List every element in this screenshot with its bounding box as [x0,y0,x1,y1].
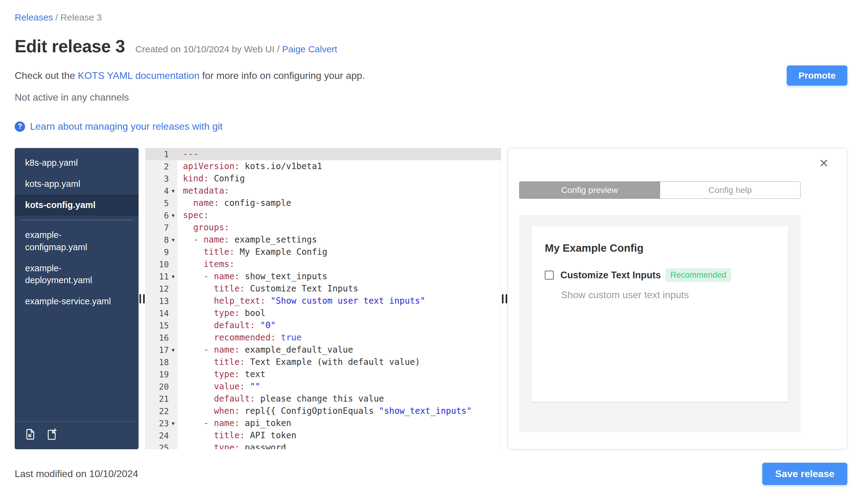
code-text: apiVersion: kots.io/v1beta1 [178,160,501,172]
line-number: 12 [159,284,169,294]
line-number: 17 [159,345,169,355]
code-line[interactable]: 7 groups: [146,222,501,234]
line-gutter: 13 [146,295,178,307]
code-line[interactable]: 12 title: Customize Text Inputs [146,282,501,295]
config-preview-panel: ✕ Config preview Config help My Example … [508,148,847,449]
code-line[interactable]: 3kind: Config [146,172,501,185]
fold-arrow-icon[interactable]: ▾ [169,212,178,219]
code-line[interactable]: 23▾ - name: api_token [146,417,501,429]
save-release-button[interactable]: Save release [762,463,847,485]
code-line[interactable]: 14 type: bool [146,307,501,319]
kots-docs-link[interactable]: KOTS YAML documentation [78,70,199,81]
line-gutter: 19 [146,368,178,381]
code-line[interactable]: 17▾ - name: example_default_value [146,344,501,356]
file-item[interactable]: example-configmap.yaml [15,225,139,257]
tab-config-help[interactable]: Config help [660,182,800,198]
code-line[interactable]: 21 default: please change this value [146,393,501,405]
close-icon[interactable]: ✕ [818,156,830,170]
created-info: Created on 10/10/2024 by Web UI / Paige … [135,44,337,54]
customize-text-inputs-checkbox[interactable] [545,271,554,279]
line-gutter: 18 [146,356,178,368]
resize-handle[interactable] [140,294,145,303]
code-line[interactable]: 9 title: My Example Config [146,246,501,258]
code-text: title: API token [178,429,501,442]
code-line[interactable]: 11▾ - name: show_text_inputs [146,270,501,282]
code-text: spec: [178,209,501,222]
fold-arrow-icon[interactable]: ▾ [169,420,178,427]
line-gutter: 25 [146,442,178,449]
line-number: 20 [159,382,169,392]
promote-button[interactable]: Promote [787,65,847,85]
upload-file-icon[interactable] [24,428,37,442]
line-gutter: 5 [146,197,178,209]
breadcrumb-releases-link[interactable]: Releases [15,12,53,22]
sidebar-resize-strip [139,148,145,449]
line-number: 5 [164,198,169,208]
docs-sentence-pre: Check out the [15,70,78,81]
code-line[interactable]: 1--- [146,148,501,160]
code-line[interactable]: 19 type: text [146,368,501,381]
code-line[interactable]: 25 type: password [146,442,501,449]
line-number: 9 [164,248,169,257]
file-item[interactable]: k8s-app.yaml [15,152,139,173]
file-sidebar: k8s-app.yamlkots-app.yamlkots-config.yam… [15,148,139,449]
file-item[interactable]: example-deployment.yaml [15,258,139,291]
code-line[interactable]: 13 help_text: "Show custom user text inp… [146,295,501,307]
line-number: 24 [159,431,169,440]
preview-area: My Example Config Customize Text Inputs … [519,215,800,432]
fold-arrow-icon[interactable]: ▾ [169,236,178,243]
code-line[interactable]: 8▾ - name: example_settings [146,234,501,246]
code-line[interactable]: 15 default: "0" [146,319,501,332]
tab-config-preview[interactable]: Config preview [519,182,660,198]
fold-arrow-icon[interactable]: ▾ [169,346,178,353]
code-text: --- [178,148,501,160]
config-group-title: My Example Config [545,242,775,254]
created-text: Created on 10/10/2024 by Web UI / [135,44,282,54]
code-line[interactable]: 2apiVersion: kots.io/v1beta1 [146,160,501,172]
code-line[interactable]: 24 title: API token [146,429,501,442]
footer: Last modified on 10/10/2024 Save release [15,463,847,485]
yaml-code-editor[interactable]: 1---2apiVersion: kots.io/v1beta13kind: C… [145,148,501,449]
code-text: value: "" [178,381,501,393]
file-list: k8s-app.yamlkots-app.yamlkots-config.yam… [15,152,139,312]
line-gutter: 20 [146,381,178,393]
line-gutter: 21 [146,393,178,405]
file-item[interactable]: example-service.yaml [15,291,139,312]
fold-arrow-icon[interactable]: ▾ [169,273,178,280]
git-releases-link[interactable]: Learn about managing your releases with … [30,121,223,132]
line-number: 10 [159,260,169,269]
edit-release-page: Releases/Release 3 Edit release 3 Create… [0,0,862,485]
info-row: Check out the KOTS YAML documentation fo… [15,65,847,85]
line-gutter: 24 [146,429,178,442]
line-gutter: 4▾ [146,185,178,197]
code-line[interactable]: 18 title: Text Example (with default val… [146,356,501,368]
code-line[interactable]: 22 when: repl{{ ConfigOptionEquals "show… [146,405,501,417]
docs-sentence-post: for more info on configuring your app. [199,70,365,81]
code-text: groups: [178,222,501,234]
line-number: 11 [159,272,169,281]
git-help-row: ? Learn about managing your releases wit… [15,121,847,132]
line-gutter: 22 [146,405,178,417]
line-number: 1 [164,149,169,159]
author-link[interactable]: Paige Calvert [282,44,337,54]
code-line[interactable]: 20 value: "" [146,381,501,393]
code-line[interactable]: 16 recommended: true [146,332,501,344]
sidebar-actions [15,422,139,449]
fold-arrow-icon[interactable]: ▾ [169,187,178,194]
line-gutter: 12 [146,282,178,295]
code-line[interactable]: 5 name: config-sample [146,197,501,209]
add-file-icon[interactable] [45,428,58,442]
resize-handle[interactable] [502,294,507,303]
config-item-label[interactable]: Customize Text Inputs [560,270,661,281]
line-gutter: 8▾ [146,234,178,246]
file-item[interactable]: kots-app.yaml [15,173,139,195]
line-gutter: 9 [146,246,178,258]
file-item[interactable]: kots-config.yaml [15,195,139,216]
line-gutter: 2 [146,160,178,172]
breadcrumb: Releases/Release 3 [15,12,847,23]
code-line[interactable]: 4▾metadata: [146,185,501,197]
file-list-divider [20,220,133,220]
code-line[interactable]: 10 items: [146,258,501,270]
code-line[interactable]: 6▾spec: [146,209,501,222]
code-text: kind: Config [178,172,501,185]
